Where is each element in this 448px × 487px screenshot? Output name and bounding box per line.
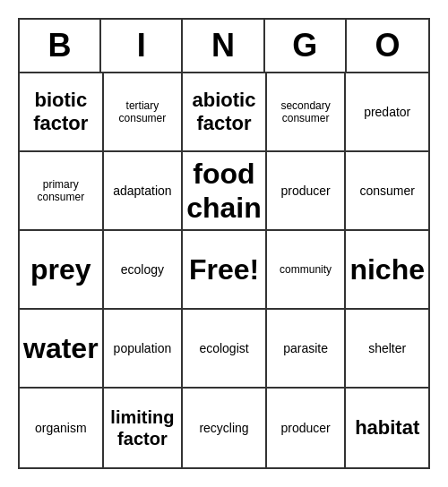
cell-text-11: ecology: [121, 262, 164, 278]
bingo-cell-5: primary consumer: [20, 152, 104, 231]
cell-text-18: parasite: [283, 341, 328, 356]
cell-text-2: abiotic factor: [186, 89, 262, 136]
bingo-grid: biotic factortertiary consumerabiotic fa…: [20, 73, 428, 467]
cell-text-15: water: [23, 331, 99, 365]
bingo-cell-6: adaptation: [104, 152, 184, 231]
bingo-cell-9: consumer: [346, 152, 428, 231]
bingo-header: BINGO: [20, 20, 428, 73]
bingo-cell-21: limiting factor: [104, 389, 184, 467]
bingo-cell-4: predator: [346, 73, 428, 152]
bingo-cell-8: producer: [267, 152, 347, 231]
bingo-cell-20: organism: [20, 389, 104, 467]
cell-text-3: secondary consumer: [271, 99, 341, 125]
bingo-cell-10: prey: [20, 231, 104, 310]
bingo-cell-13: community: [267, 231, 347, 310]
cell-text-8: producer: [280, 184, 330, 199]
cell-text-12: Free!: [189, 252, 259, 286]
bingo-cell-15: water: [20, 310, 104, 389]
bingo-cell-22: recycling: [183, 389, 267, 467]
cell-text-20: organism: [35, 421, 87, 436]
header-letter-i: I: [101, 20, 183, 72]
bingo-cell-7: food chain: [183, 152, 267, 231]
cell-text-1: tertiary consumer: [108, 99, 178, 125]
cell-text-4: predator: [364, 105, 410, 120]
bingo-cell-18: parasite: [267, 310, 347, 389]
header-letter-b: B: [20, 20, 101, 72]
header-letter-n: N: [183, 20, 264, 72]
cell-text-21: limiting factor: [108, 406, 178, 449]
cell-text-10: prey: [30, 252, 91, 286]
cell-text-23: producer: [280, 421, 330, 436]
bingo-cell-0: biotic factor: [20, 73, 104, 152]
bingo-cell-11: ecology: [104, 231, 184, 310]
cell-text-24: habitat: [355, 416, 419, 440]
cell-text-19: shelter: [368, 341, 406, 356]
bingo-cell-1: tertiary consumer: [104, 73, 184, 152]
cell-text-9: consumer: [359, 184, 414, 199]
cell-text-16: population: [114, 341, 172, 356]
bingo-cell-24: habitat: [346, 389, 428, 467]
cell-text-17: ecologist: [199, 341, 248, 356]
cell-text-13: community: [280, 263, 332, 276]
bingo-cell-2: abiotic factor: [183, 73, 267, 152]
cell-text-7: food chain: [186, 157, 262, 226]
bingo-cell-23: producer: [267, 389, 347, 467]
bingo-cell-16: population: [104, 310, 184, 389]
bingo-cell-19: shelter: [346, 310, 428, 389]
cell-text-0: biotic factor: [23, 89, 99, 136]
cell-text-6: adaptation: [113, 184, 171, 199]
bingo-cell-17: ecologist: [183, 310, 267, 389]
header-letter-g: G: [265, 20, 347, 72]
bingo-card: BINGO biotic factortertiary consumerabio…: [18, 18, 430, 469]
bingo-cell-14: niche: [346, 231, 428, 310]
cell-text-22: recycling: [199, 421, 248, 436]
header-letter-o: O: [347, 20, 428, 72]
bingo-cell-3: secondary consumer: [267, 73, 347, 152]
cell-text-14: niche: [349, 252, 425, 286]
cell-text-5: primary consumer: [23, 178, 99, 204]
bingo-cell-12: Free!: [183, 231, 267, 310]
